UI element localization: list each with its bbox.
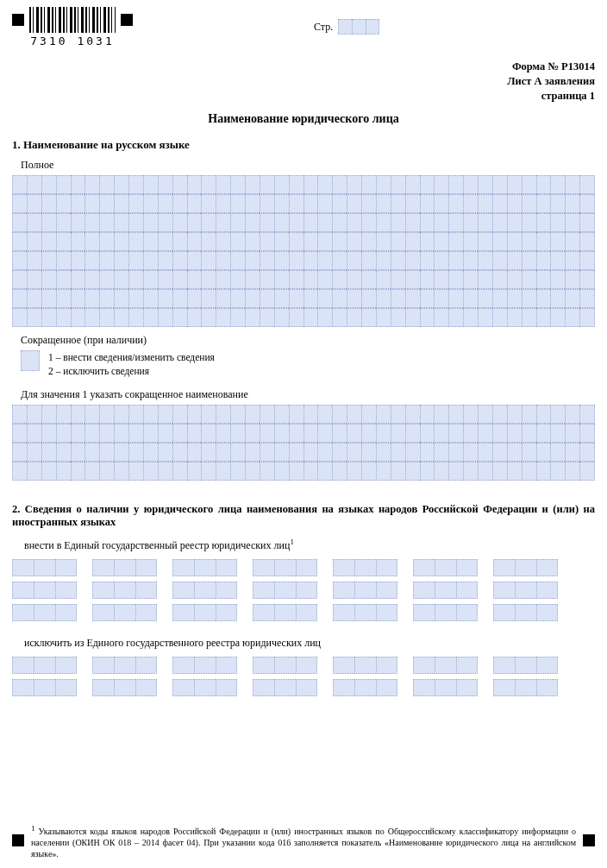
language-code-field[interactable] [92,657,157,696]
corner-marker [583,834,595,846]
option-1: 1 – внести сведения/изменить сведения [48,350,215,364]
language-code-field[interactable] [493,657,558,696]
short-name-option-field[interactable] [21,350,40,371]
language-code-field[interactable] [333,559,397,621]
language-code-field[interactable] [253,657,317,696]
form-number: Форма № Р13014 [12,60,595,74]
language-code-field[interactable] [413,559,478,621]
corner-marker [121,14,133,26]
language-code-field[interactable] [92,559,157,621]
barcode-block: 7310 1031 [12,7,133,47]
language-code-field[interactable] [333,657,397,696]
short-name-instruction: Для значения 1 указать сокращенное наиме… [21,388,595,401]
option-legend: 1 – внести сведения/изменить сведения 2 … [48,350,215,378]
language-code-field[interactable] [253,559,317,621]
page-title: Наименование юридического лица [12,112,595,126]
include-language-codes [12,559,595,621]
section1-heading: 1. Наименование на русском языке [12,138,595,152]
page-number-field[interactable] [338,19,379,35]
sheet-label: Лист А заявления [12,74,595,89]
page-info: страница 1 [12,89,595,104]
language-code-field[interactable] [172,657,237,696]
language-code-field[interactable] [493,559,558,621]
language-code-field[interactable] [413,657,478,696]
short-name-field[interactable] [12,405,595,481]
full-name-label: Полное [21,159,595,172]
exclude-label: исключить из Единого государственного ре… [24,637,595,650]
include-label: внести в Единый государственный реестр ю… [24,538,595,552]
exclude-language-codes [12,657,595,696]
section2-heading: 2. Сведения о наличии у юридического лиц… [12,503,595,529]
option-2: 2 – исключить сведения [48,364,215,378]
footnote: 1 Указываются коды языков народов Россий… [24,824,583,859]
form-header: Форма № Р13014 Лист А заявления страница… [12,60,595,104]
corner-marker [12,834,24,846]
short-name-label: Сокращенное (при наличии) [21,334,595,347]
corner-marker [12,14,24,26]
page-label: Стр. [314,21,333,34]
language-code-field[interactable] [172,559,237,621]
barcode-number: 7310 1031 [30,35,114,47]
language-code-field[interactable] [12,559,77,621]
barcode-icon [29,7,116,33]
full-name-field[interactable] [12,175,595,327]
language-code-field[interactable] [12,657,77,696]
